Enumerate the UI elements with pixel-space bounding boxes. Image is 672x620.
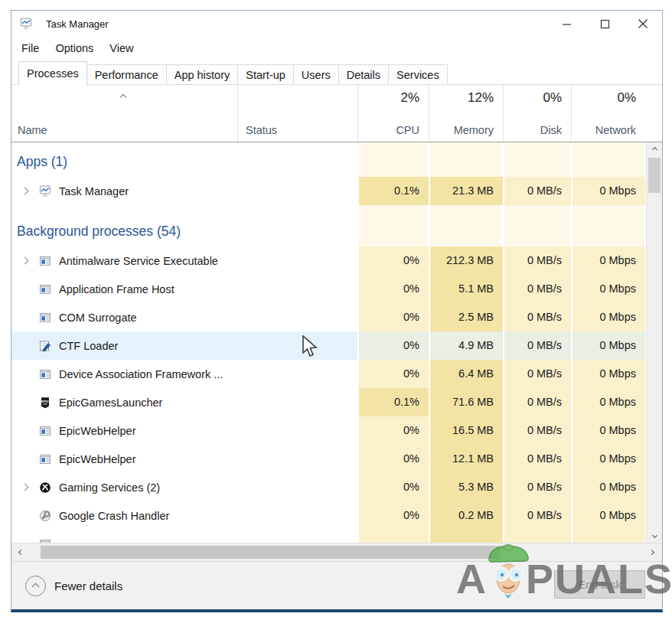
process-row[interactable]: EPICEpicGamesLauncher0.1%71.6 MB0 MB/s0 …	[11, 388, 662, 416]
process-row[interactable]: Application Frame Host0%5.1 MB0 MB/s0 Mb…	[11, 275, 662, 303]
disk-cell: 0 MB/s	[503, 360, 571, 388]
menu-item-view[interactable]: View	[109, 42, 133, 54]
tab-start-up[interactable]: Start-up	[237, 64, 294, 84]
expander-slot	[18, 485, 39, 490]
disk-cell: 0 MB/s	[503, 275, 571, 303]
epic-games-icon: EPIC	[39, 396, 51, 409]
column-header-network[interactable]: 0% Network	[571, 85, 645, 142]
expander-slot	[18, 258, 39, 263]
memory-cell: 4.9 MB	[429, 331, 503, 360]
scroll-right-button[interactable]	[644, 543, 659, 561]
process-name: Gaming Services (2)	[59, 481, 160, 494]
process-row[interactable]: CTF Loader0%4.9 MB0 MB/s0 Mbps	[11, 331, 662, 360]
tab-app-history[interactable]: App history	[166, 64, 239, 84]
close-button[interactable]	[624, 12, 662, 35]
cpu-cell: 0%	[357, 416, 429, 445]
fewer-details-button[interactable]: Fewer details	[25, 576, 122, 596]
process-name-cell: EpicWebHelper	[11, 445, 237, 473]
network-cell: 0 Mbps	[571, 360, 645, 388]
group-gap	[11, 205, 662, 216]
group-header[interactable]: Apps (1)	[11, 146, 662, 177]
xbox-icon	[39, 481, 51, 494]
tab-details[interactable]: Details	[338, 64, 389, 84]
header-scroll-corner	[645, 85, 662, 142]
status-cell	[237, 445, 357, 473]
disk-cell: 0 MB/s	[503, 473, 571, 501]
status-cell	[237, 473, 357, 501]
memory-cell: 71.6 MB	[429, 388, 503, 416]
memory-cell: 212.3 MB	[429, 246, 503, 275]
cpu-cell: 0%	[357, 501, 429, 530]
process-row[interactable]: Google Crash Handler0%0.2 MB0 MB/s0 Mbps	[11, 501, 662, 530]
expand-chevron-icon[interactable]	[21, 257, 29, 265]
process-row[interactable]: COM Surrogate0%2.5 MB0 MB/s0 Mbps	[11, 303, 662, 331]
end-task-button[interactable]: End task	[554, 570, 645, 599]
disk-cell: 0 MB/s	[503, 303, 571, 331]
menu-bar: File Options View	[11, 37, 662, 60]
cpu-cell	[357, 530, 429, 543]
network-cell: 0 Mbps	[571, 303, 645, 331]
column-header-disk[interactable]: 0% Disk	[503, 85, 571, 142]
status-cell	[237, 501, 357, 530]
horizontal-scrollbar[interactable]	[11, 543, 662, 561]
process-name: Device Association Framework ...	[59, 368, 223, 380]
process-name-cell	[11, 530, 237, 543]
column-header-cpu[interactable]: 2% CPU	[357, 85, 429, 142]
memory-cell: 12.1 MB	[429, 445, 503, 473]
expand-chevron-icon[interactable]	[21, 484, 29, 491]
network-cell	[571, 530, 645, 543]
process-row[interactable]: Task Manager0.1%21.3 MB0 MB/s0 Mbps	[11, 177, 662, 205]
default-app-icon	[39, 312, 51, 324]
process-row[interactable]: Gaming Services (2)0%5.3 MB0 MB/s0 Mbps	[11, 473, 662, 501]
disk-cell: 0 MB/s	[503, 331, 571, 360]
process-name: COM Surrogate	[59, 312, 137, 324]
tab-services[interactable]: Services	[388, 64, 448, 84]
network-cell: 0 Mbps	[571, 445, 645, 473]
process-name: CTF Loader	[59, 340, 118, 352]
disk-cell: 0 MB/s	[503, 246, 571, 275]
disk-cell: 0 MB/s	[503, 388, 571, 416]
maximize-button[interactable]	[586, 12, 624, 35]
process-row[interactable]: Device Association Framework ...0%6.4 MB…	[11, 360, 662, 388]
status-cell	[237, 331, 357, 360]
process-name: EpicGamesLauncher	[59, 396, 162, 409]
tab-users[interactable]: Users	[293, 64, 339, 84]
menu-item-file[interactable]: File	[21, 42, 39, 54]
close-icon	[638, 18, 648, 29]
group-header[interactable]: Background processes (54)	[11, 216, 662, 246]
process-row[interactable]	[11, 530, 662, 543]
minimize-icon	[562, 19, 572, 29]
window-title: Task Manager	[46, 18, 109, 30]
process-name: Application Frame Host	[59, 283, 175, 295]
title-bar: Task Manager	[11, 11, 662, 37]
disk-cell: 0 MB/s	[503, 416, 571, 445]
network-cell: 0 Mbps	[571, 473, 645, 501]
tab-processes[interactable]: Processes	[18, 61, 87, 85]
group-header-label: Background processes (54)	[17, 224, 181, 240]
process-name-cell: Gaming Services (2)	[11, 473, 237, 501]
scroll-left-button[interactable]	[13, 543, 28, 561]
process-name-cell: EpicWebHelper	[11, 416, 237, 445]
memory-cell: 2.5 MB	[429, 303, 503, 331]
column-header-name[interactable]: Name	[11, 85, 237, 142]
cpu-cell: 0%	[357, 303, 429, 331]
tab-performance[interactable]: Performance	[86, 64, 167, 84]
process-name-cell: COM Surrogate	[11, 303, 237, 331]
memory-cell: 6.4 MB	[429, 360, 503, 388]
minimize-button[interactable]	[547, 12, 586, 35]
process-row[interactable]: EpicWebHelper0%16.5 MB0 MB/s0 Mbps	[11, 416, 662, 445]
default-app-icon	[39, 538, 51, 543]
column-header-memory[interactable]: 12% Memory	[429, 85, 503, 142]
expand-chevron-icon[interactable]	[21, 188, 29, 195]
cpu-cell: 0%	[357, 445, 429, 473]
cpu-cell: 0%	[357, 331, 429, 360]
memory-cell: 5.1 MB	[429, 275, 503, 303]
menu-item-options[interactable]: Options	[55, 42, 93, 54]
process-row[interactable]: EpicWebHelper0%12.1 MB0 MB/s0 Mbps	[11, 445, 662, 473]
process-row[interactable]: Antimalware Service Executable0%212.3 MB…	[11, 246, 662, 275]
horizontal-scroll-thumb[interactable]	[41, 546, 500, 559]
chevron-right-icon	[648, 550, 654, 555]
process-rows: Apps (1)Task Manager0.1%21.3 MB0 MB/s0 M…	[11, 142, 662, 543]
status-cell	[237, 530, 357, 543]
column-header-status[interactable]: Status	[237, 85, 357, 142]
